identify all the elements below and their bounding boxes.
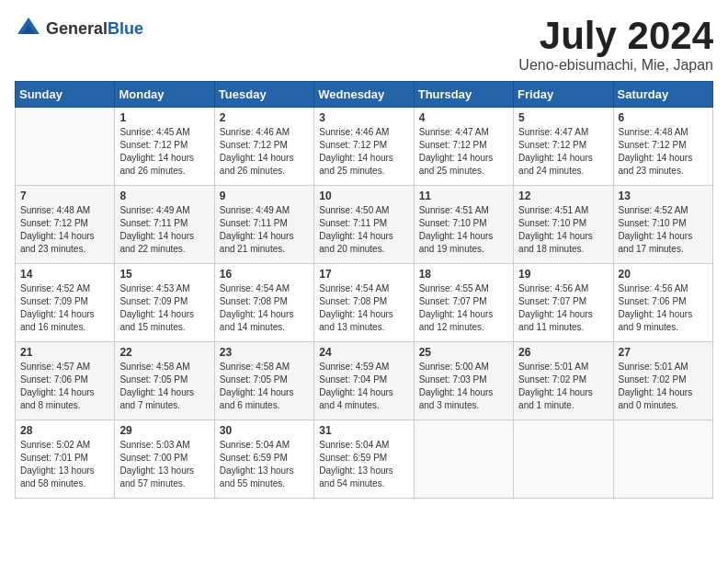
day-cell: 4Sunrise: 4:47 AM Sunset: 7:12 PM Daylig… xyxy=(414,108,513,186)
day-detail: Sunrise: 4:57 AM Sunset: 7:06 PM Dayligh… xyxy=(20,361,109,412)
day-number: 12 xyxy=(518,190,608,202)
calendar-body: 1Sunrise: 4:45 AM Sunset: 7:12 PM Daylig… xyxy=(16,108,713,499)
day-detail: Sunrise: 4:52 AM Sunset: 7:09 PM Dayligh… xyxy=(20,282,109,334)
day-detail: Sunrise: 5:03 AM Sunset: 7:00 PM Dayligh… xyxy=(119,439,209,490)
week-row-2: 7Sunrise: 4:48 AM Sunset: 7:12 PM Daylig… xyxy=(16,186,713,264)
day-cell: 10Sunrise: 4:50 AM Sunset: 7:11 PM Dayli… xyxy=(314,186,414,264)
day-detail: Sunrise: 4:56 AM Sunset: 7:06 PM Dayligh… xyxy=(619,282,708,334)
day-cell: 9Sunrise: 4:49 AM Sunset: 7:11 PM Daylig… xyxy=(214,186,313,264)
day-cell: 26Sunrise: 5:01 AM Sunset: 7:02 PM Dayli… xyxy=(514,342,613,420)
day-detail: Sunrise: 4:50 AM Sunset: 7:11 PM Dayligh… xyxy=(319,204,408,256)
header-cell-wednesday: Wednesday xyxy=(314,82,414,108)
day-cell: 27Sunrise: 5:01 AM Sunset: 7:02 PM Dayli… xyxy=(613,342,712,420)
day-number: 8 xyxy=(119,190,209,202)
day-cell: 21Sunrise: 4:57 AM Sunset: 7:06 PM Dayli… xyxy=(16,342,115,420)
day-detail: Sunrise: 4:52 AM Sunset: 7:10 PM Dayligh… xyxy=(619,204,708,256)
day-detail: Sunrise: 5:00 AM Sunset: 7:03 PM Dayligh… xyxy=(419,361,508,412)
day-cell: 7Sunrise: 4:48 AM Sunset: 7:12 PM Daylig… xyxy=(16,186,115,264)
day-cell xyxy=(613,420,712,499)
day-cell: 3Sunrise: 4:46 AM Sunset: 7:12 PM Daylig… xyxy=(314,108,414,186)
day-detail: Sunrise: 5:01 AM Sunset: 7:02 PM Dayligh… xyxy=(518,361,608,412)
day-cell: 15Sunrise: 4:53 AM Sunset: 7:09 PM Dayli… xyxy=(115,264,214,342)
day-cell: 6Sunrise: 4:48 AM Sunset: 7:12 PM Daylig… xyxy=(613,108,712,186)
page-header: GeneralBlue July 2024 Ueno-ebisumachi, M… xyxy=(15,15,713,74)
day-cell: 22Sunrise: 4:58 AM Sunset: 7:05 PM Dayli… xyxy=(115,342,214,420)
day-cell xyxy=(414,420,513,499)
day-number: 27 xyxy=(619,346,708,359)
day-detail: Sunrise: 5:02 AM Sunset: 7:01 PM Dayligh… xyxy=(20,439,109,490)
day-detail: Sunrise: 4:55 AM Sunset: 7:07 PM Dayligh… xyxy=(419,282,508,334)
day-cell: 20Sunrise: 4:56 AM Sunset: 7:06 PM Dayli… xyxy=(613,264,712,342)
logo-text-blue: Blue xyxy=(108,19,143,38)
day-number: 23 xyxy=(220,346,309,359)
day-detail: Sunrise: 4:58 AM Sunset: 7:05 PM Dayligh… xyxy=(220,361,309,412)
day-cell: 16Sunrise: 4:54 AM Sunset: 7:08 PM Dayli… xyxy=(214,264,313,342)
day-cell xyxy=(16,108,115,186)
week-row-4: 21Sunrise: 4:57 AM Sunset: 7:06 PM Dayli… xyxy=(16,342,713,420)
day-detail: Sunrise: 4:59 AM Sunset: 7:04 PM Dayligh… xyxy=(319,361,408,412)
day-detail: Sunrise: 4:45 AM Sunset: 7:12 PM Dayligh… xyxy=(119,126,209,178)
day-number: 17 xyxy=(319,268,408,281)
header-cell-monday: Monday xyxy=(115,82,214,108)
day-detail: Sunrise: 4:46 AM Sunset: 7:12 PM Dayligh… xyxy=(220,126,309,178)
day-detail: Sunrise: 4:51 AM Sunset: 7:10 PM Dayligh… xyxy=(419,204,508,256)
day-detail: Sunrise: 4:47 AM Sunset: 7:12 PM Dayligh… xyxy=(419,126,508,178)
day-cell: 1Sunrise: 4:45 AM Sunset: 7:12 PM Daylig… xyxy=(115,108,214,186)
day-cell: 24Sunrise: 4:59 AM Sunset: 7:04 PM Dayli… xyxy=(314,342,414,420)
day-cell: 12Sunrise: 4:51 AM Sunset: 7:10 PM Dayli… xyxy=(514,186,613,264)
logo-text-general: General xyxy=(46,19,108,38)
logo-icon xyxy=(15,15,42,42)
day-cell: 31Sunrise: 5:04 AM Sunset: 6:59 PM Dayli… xyxy=(314,420,414,499)
day-number: 10 xyxy=(319,190,408,202)
calendar-header: SundayMondayTuesdayWednesdayThursdayFrid… xyxy=(16,82,713,108)
day-detail: Sunrise: 4:58 AM Sunset: 7:05 PM Dayligh… xyxy=(119,361,209,412)
day-number: 3 xyxy=(319,111,408,124)
day-number: 5 xyxy=(518,111,608,124)
day-detail: Sunrise: 5:04 AM Sunset: 6:59 PM Dayligh… xyxy=(319,439,408,490)
day-cell: 13Sunrise: 4:52 AM Sunset: 7:10 PM Dayli… xyxy=(613,186,712,264)
day-cell: 18Sunrise: 4:55 AM Sunset: 7:07 PM Dayli… xyxy=(414,264,513,342)
day-detail: Sunrise: 5:04 AM Sunset: 6:59 PM Dayligh… xyxy=(220,439,309,490)
header-cell-thursday: Thursday xyxy=(414,82,513,108)
day-detail: Sunrise: 4:49 AM Sunset: 7:11 PM Dayligh… xyxy=(220,204,309,256)
day-number: 7 xyxy=(20,190,109,202)
day-number: 31 xyxy=(319,424,408,437)
day-cell: 5Sunrise: 4:47 AM Sunset: 7:12 PM Daylig… xyxy=(514,108,613,186)
day-number: 21 xyxy=(20,346,109,359)
week-row-3: 14Sunrise: 4:52 AM Sunset: 7:09 PM Dayli… xyxy=(16,264,713,342)
day-detail: Sunrise: 4:46 AM Sunset: 7:12 PM Dayligh… xyxy=(319,126,408,178)
day-cell: 8Sunrise: 4:49 AM Sunset: 7:11 PM Daylig… xyxy=(115,186,214,264)
day-detail: Sunrise: 4:51 AM Sunset: 7:10 PM Dayligh… xyxy=(518,204,608,256)
day-number: 9 xyxy=(220,190,309,202)
day-number: 1 xyxy=(119,111,209,124)
day-number: 13 xyxy=(619,190,708,202)
day-number: 25 xyxy=(419,346,508,359)
month-title: July 2024 xyxy=(518,15,713,57)
day-number: 14 xyxy=(20,268,109,281)
week-row-1: 1Sunrise: 4:45 AM Sunset: 7:12 PM Daylig… xyxy=(16,108,713,186)
day-detail: Sunrise: 4:54 AM Sunset: 7:08 PM Dayligh… xyxy=(319,282,408,334)
day-cell: 23Sunrise: 4:58 AM Sunset: 7:05 PM Dayli… xyxy=(214,342,313,420)
day-cell: 19Sunrise: 4:56 AM Sunset: 7:07 PM Dayli… xyxy=(514,264,613,342)
day-cell: 17Sunrise: 4:54 AM Sunset: 7:08 PM Dayli… xyxy=(314,264,414,342)
day-cell: 29Sunrise: 5:03 AM Sunset: 7:00 PM Dayli… xyxy=(115,420,214,499)
day-number: 30 xyxy=(220,424,309,437)
day-number: 19 xyxy=(518,268,608,281)
day-number: 29 xyxy=(119,424,209,437)
day-number: 28 xyxy=(20,424,109,437)
header-cell-tuesday: Tuesday xyxy=(214,82,313,108)
location-title: Ueno-ebisumachi, Mie, Japan xyxy=(518,57,713,74)
day-number: 11 xyxy=(419,190,508,202)
header-row: SundayMondayTuesdayWednesdayThursdayFrid… xyxy=(16,82,713,108)
header-cell-saturday: Saturday xyxy=(613,82,712,108)
day-cell: 30Sunrise: 5:04 AM Sunset: 6:59 PM Dayli… xyxy=(214,420,313,499)
day-number: 18 xyxy=(419,268,508,281)
day-cell: 2Sunrise: 4:46 AM Sunset: 7:12 PM Daylig… xyxy=(214,108,313,186)
day-cell: 11Sunrise: 4:51 AM Sunset: 7:10 PM Dayli… xyxy=(414,186,513,264)
day-number: 15 xyxy=(119,268,209,281)
day-number: 6 xyxy=(619,111,708,124)
header-cell-friday: Friday xyxy=(514,82,613,108)
day-number: 24 xyxy=(319,346,408,359)
day-number: 2 xyxy=(220,111,309,124)
title-block: July 2024 Ueno-ebisumachi, Mie, Japan xyxy=(518,15,713,74)
